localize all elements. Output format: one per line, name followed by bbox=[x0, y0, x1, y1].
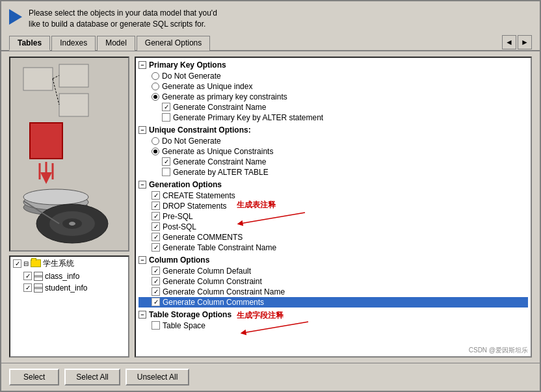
main-content: ⊟ 学生系统 class_info student_info bbox=[1, 51, 540, 363]
tree-root[interactable]: ⊟ 学生系统 bbox=[10, 257, 128, 270]
collapse-unique-btn[interactable]: − bbox=[139, 126, 146, 134]
tab-model[interactable]: Model bbox=[97, 36, 135, 51]
pk-alter-statement-check[interactable] bbox=[162, 113, 170, 122]
tab-tables[interactable]: Tables bbox=[9, 36, 50, 51]
pk-do-not-generate-label: Do Not Generate bbox=[162, 72, 221, 81]
svg-point-12 bbox=[23, 189, 88, 205]
gen-drop-check[interactable] bbox=[152, 202, 160, 210]
gen-comments-check[interactable] bbox=[152, 233, 160, 241]
col-constraint-check[interactable] bbox=[152, 277, 160, 285]
table-icon-class-info bbox=[34, 272, 43, 281]
gen-drop[interactable]: DROP Statements bbox=[139, 201, 528, 211]
uc-generate-constraint-name[interactable]: Generate Constraint Name bbox=[139, 157, 528, 167]
gen-table-constraint-check[interactable] bbox=[152, 243, 160, 252]
uc-alter-table[interactable]: Generate by ALTER TABLE bbox=[139, 167, 528, 177]
uc-generate-unique-radio[interactable] bbox=[152, 148, 159, 155]
tree-item-class-info[interactable]: class_info bbox=[10, 270, 128, 282]
nav-forward-button[interactable]: ► bbox=[518, 35, 532, 49]
generation-header: − Generation Options bbox=[139, 180, 528, 189]
header-area: Please select the objects in your data m… bbox=[1, 1, 540, 35]
col-constraint-name-label: Generate Column Constraint Name bbox=[163, 287, 285, 296]
primary-key-section: − Primary Key Options Do Not Generate Ge… bbox=[139, 60, 528, 123]
pk-primary-key-constraints-label: Generate as primary key constraints bbox=[162, 92, 287, 101]
select-all-button[interactable]: Select All bbox=[64, 369, 120, 385]
select-button[interactable]: Select bbox=[9, 369, 59, 385]
gen-post-sql-check[interactable] bbox=[152, 222, 160, 231]
gen-post-sql-label: Post-SQL bbox=[163, 222, 196, 231]
pk-constraint-name-label: Generate Constraint Name bbox=[173, 103, 266, 112]
pk-generate-constraint-name[interactable]: Generate Constraint Name bbox=[139, 102, 528, 112]
unselect-all-button[interactable]: Unselect All bbox=[125, 369, 190, 385]
col-constraint-name-check[interactable] bbox=[152, 287, 160, 296]
collapse-primary-key-btn[interactable]: − bbox=[139, 61, 146, 69]
col-comments-check[interactable] bbox=[152, 298, 160, 306]
col-constraint-name[interactable]: Generate Column Constraint Name bbox=[139, 287, 528, 297]
pk-primary-key-constraints-radio[interactable] bbox=[152, 93, 159, 101]
col-default-check[interactable] bbox=[152, 267, 160, 275]
gen-pre-sql-label: Pre-SQL bbox=[163, 212, 193, 221]
collapse-column-btn[interactable]: − bbox=[139, 256, 146, 264]
svg-rect-1 bbox=[23, 68, 53, 90]
tree-expand-icon[interactable]: ⊟ bbox=[23, 260, 29, 267]
svg-rect-6 bbox=[30, 123, 62, 159]
ts-table-space[interactable]: Table Space bbox=[139, 320, 528, 331]
dialog: Please select the objects in your data m… bbox=[0, 0, 541, 392]
tab-general-options[interactable]: General Options bbox=[137, 36, 210, 51]
tab-indexes[interactable]: Indexes bbox=[51, 36, 96, 51]
ts-table-space-check[interactable] bbox=[152, 321, 160, 330]
header-text: Please select the objects in your data m… bbox=[29, 8, 217, 30]
column-title: Column Options bbox=[149, 255, 209, 265]
uc-do-not-generate-label: Do Not Generate bbox=[162, 137, 221, 146]
svg-rect-3 bbox=[59, 94, 88, 116]
uc-constraint-name-check[interactable] bbox=[162, 157, 170, 166]
diagram-panel bbox=[9, 57, 129, 252]
pk-alter-statement[interactable]: Generate Primary Key by ALTER statement bbox=[139, 112, 528, 123]
uc-constraint-name-label: Generate Constraint Name bbox=[173, 157, 266, 166]
gen-pre-sql-check[interactable] bbox=[152, 212, 160, 220]
column-section: − Column Options Generate Column Default… bbox=[139, 255, 528, 307]
gen-drop-label: DROP Statements bbox=[163, 202, 226, 211]
collapse-generation-btn[interactable]: − bbox=[139, 181, 146, 189]
col-constraint[interactable]: Generate Column Constraint bbox=[139, 276, 528, 287]
table-storage-section: − Table Storage Options Table Space bbox=[139, 310, 528, 331]
primary-key-title: Primary Key Options bbox=[149, 60, 226, 70]
blue-arrow-icon bbox=[9, 9, 22, 25]
pk-primary-key-constraints[interactable]: Generate as primary key constraints bbox=[139, 92, 528, 102]
gen-comments[interactable]: Generate COMMENTS bbox=[139, 232, 528, 242]
gen-post-sql[interactable]: Post-SQL bbox=[139, 222, 528, 232]
pk-do-not-generate[interactable]: Do Not Generate bbox=[139, 71, 528, 81]
nav-back-button[interactable]: ◄ bbox=[502, 35, 516, 49]
col-default-label: Generate Column Default bbox=[163, 267, 251, 276]
watermark: CSDN @爱因斯坦乐 bbox=[469, 346, 528, 355]
pk-do-not-generate-radio[interactable] bbox=[152, 72, 159, 80]
svg-rect-2 bbox=[59, 64, 88, 87]
tree-root-checkbox[interactable] bbox=[13, 259, 21, 268]
tree-class-info-label: class_info bbox=[45, 272, 79, 281]
gen-create-check[interactable] bbox=[152, 191, 160, 200]
col-default[interactable]: Generate Column Default bbox=[139, 266, 528, 276]
uc-generate-unique[interactable]: Generate as Unique Constraints bbox=[139, 146, 528, 157]
tree-student-info-checkbox[interactable] bbox=[23, 283, 32, 292]
pk-unique-index-radio[interactable] bbox=[152, 83, 159, 90]
unique-constraint-header: − Unique Constraint Options: bbox=[139, 125, 528, 135]
table-icon-student-info bbox=[34, 283, 43, 293]
tree-class-info-checkbox[interactable] bbox=[23, 272, 32, 280]
uc-do-not-generate-radio[interactable] bbox=[152, 137, 159, 145]
pk-constraint-name-check[interactable] bbox=[162, 103, 170, 111]
col-comments[interactable]: Generate Column Comments bbox=[139, 297, 528, 307]
gen-table-constraint[interactable]: Generate Table Constraint Name bbox=[139, 242, 528, 253]
generation-title: Generation Options bbox=[149, 180, 222, 189]
diagram-svg bbox=[10, 58, 129, 252]
uc-alter-table-check[interactable] bbox=[162, 168, 170, 176]
uc-generate-unique-label: Generate as Unique Constraints bbox=[162, 147, 273, 156]
tree-item-student-info[interactable]: student_info bbox=[10, 282, 128, 294]
tabs-row: Tables Indexes Model General Options ◄ ► bbox=[1, 35, 540, 51]
gen-pre-sql[interactable]: Pre-SQL bbox=[139, 211, 528, 222]
gen-create[interactable]: CREATE Statements bbox=[139, 190, 528, 201]
collapse-storage-btn[interactable]: − bbox=[139, 311, 146, 319]
pk-unique-index[interactable]: Generate as Unique index bbox=[139, 81, 528, 92]
gen-create-label: CREATE Statements bbox=[163, 191, 235, 200]
uc-do-not-generate[interactable]: Do Not Generate bbox=[139, 136, 528, 146]
ts-table-space-label: Table Space bbox=[163, 321, 205, 330]
table-storage-title: Table Storage Options bbox=[149, 310, 231, 319]
